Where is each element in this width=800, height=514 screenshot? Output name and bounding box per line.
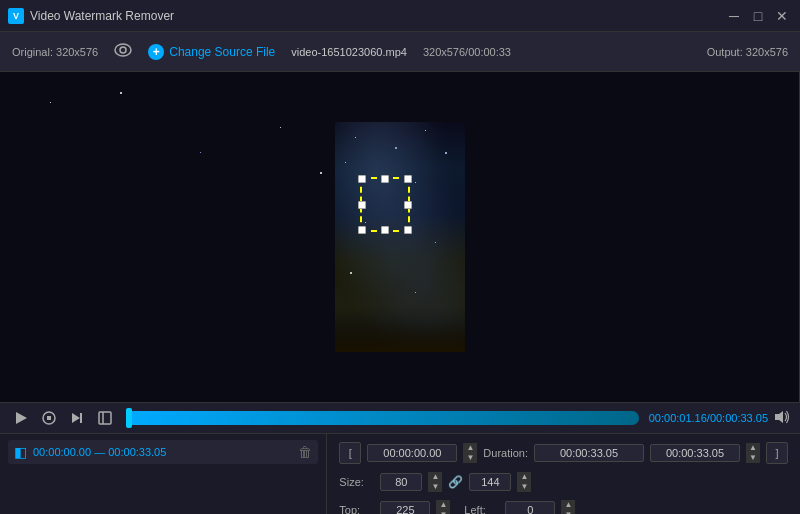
left-down[interactable]: ▼ <box>561 510 575 514</box>
duration-label: Duration: <box>483 447 528 459</box>
time-range-row: [ ▲ ▼ Duration: ▲ ▼ ] <box>339 442 788 464</box>
left-up[interactable]: ▲ <box>561 500 575 510</box>
stop-button[interactable] <box>38 407 60 429</box>
top-spinners: ▲ ▼ <box>436 500 450 514</box>
watermark-selection-box[interactable] <box>360 177 410 232</box>
clip-icon: ◧ <box>14 444 27 460</box>
clip-row: ◧ 00:00:00.00 — 00:00:33.05 🗑 <box>8 440 318 464</box>
window-controls: ─ □ ✕ <box>724 8 792 24</box>
height-down[interactable]: ▼ <box>517 482 531 492</box>
top-bar: Original: 320x576 + Change Source File v… <box>0 32 800 72</box>
handle-bottom-left[interactable] <box>358 226 366 234</box>
end-time-spinners: ▲ ▼ <box>746 443 760 463</box>
main-content <box>0 72 800 402</box>
height-up[interactable]: ▲ <box>517 472 531 482</box>
file-meta: 320x576/00:00:33 <box>423 46 511 58</box>
nebula-overlay <box>335 122 465 352</box>
timeline-thumb[interactable] <box>126 408 132 428</box>
clips-panel: ◧ 00:00:00.00 — 00:00:33.05 🗑 + + Add wa… <box>0 434 327 514</box>
handle-top-right[interactable] <box>404 175 412 183</box>
close-button[interactable]: ✕ <box>772 8 792 24</box>
time-display: 00:00:01.16/00:00:33.05 <box>649 412 768 424</box>
clip-time-range: 00:00:00.00 — 00:00:33.05 <box>33 446 292 458</box>
play-button[interactable] <box>10 407 32 429</box>
video-preview <box>335 122 465 352</box>
top-input[interactable] <box>380 501 430 514</box>
svg-marker-2 <box>16 412 27 424</box>
top-label: Top: <box>339 504 374 514</box>
svg-marker-5 <box>72 413 80 423</box>
handle-top-left[interactable] <box>358 175 366 183</box>
original-size-label: Original: 320x576 <box>12 46 98 58</box>
svg-point-1 <box>120 47 126 53</box>
preview-panel <box>0 72 800 402</box>
start-time-spinners: ▲ ▼ <box>463 443 477 463</box>
output-size-label: Output: 320x576 <box>707 46 788 58</box>
height-spinners: ▲ ▼ <box>517 472 531 492</box>
width-up[interactable]: ▲ <box>428 472 442 482</box>
bottom-area: ◧ 00:00:00.00 — 00:00:33.05 🗑 + + Add wa… <box>0 433 800 514</box>
timeline[interactable] <box>126 411 639 425</box>
link-icon: 🔗 <box>448 475 463 489</box>
add-icon: + <box>148 44 164 60</box>
size-row: Size: ▲ ▼ 🔗 ▲ ▼ <box>339 472 788 492</box>
handle-top-mid[interactable] <box>381 175 389 183</box>
start-time-down[interactable]: ▼ <box>463 453 477 463</box>
start-time-up[interactable]: ▲ <box>463 443 477 453</box>
maximize-button[interactable]: □ <box>748 8 768 24</box>
end-time-input[interactable] <box>650 444 740 462</box>
handle-mid-left[interactable] <box>358 201 366 209</box>
source-filename: video-1651023060.mp4 <box>291 46 407 58</box>
top-up[interactable]: ▲ <box>436 500 450 510</box>
left-label: Left: <box>464 504 499 514</box>
left-input[interactable] <box>505 501 555 514</box>
left-spinners: ▲ ▼ <box>561 500 575 514</box>
end-time-up[interactable]: ▲ <box>746 443 760 453</box>
change-source-button[interactable]: + Change Source File <box>148 44 275 60</box>
width-down[interactable]: ▼ <box>428 482 442 492</box>
minimize-button[interactable]: ─ <box>724 8 744 24</box>
controls-bar: 00:00:01.16/00:00:33.05 <box>0 402 800 433</box>
svg-marker-9 <box>775 411 783 423</box>
height-input[interactable] <box>469 473 511 491</box>
width-spinners: ▲ ▼ <box>428 472 442 492</box>
title-bar: V Video Watermark Remover ─ □ ✕ <box>0 0 800 32</box>
volume-button[interactable] <box>774 410 790 427</box>
bracket-left-button[interactable]: [ <box>339 442 361 464</box>
start-time-input[interactable] <box>367 444 457 462</box>
title-bar-left: V Video Watermark Remover <box>8 8 174 24</box>
handle-mid-right[interactable] <box>404 201 412 209</box>
end-time-down[interactable]: ▼ <box>746 453 760 463</box>
app-icon: V <box>8 8 24 24</box>
horizon <box>335 322 465 352</box>
svg-rect-4 <box>47 416 51 420</box>
position-row: Top: ▲ ▼ Left: ▲ ▼ <box>339 500 788 514</box>
app-title: Video Watermark Remover <box>30 9 174 23</box>
next-frame-button[interactable] <box>66 407 88 429</box>
timeline-fill <box>126 411 639 425</box>
handle-bottom-mid[interactable] <box>381 226 389 234</box>
duration-input[interactable] <box>534 444 644 462</box>
eye-button[interactable] <box>114 43 132 60</box>
bracket-right-button[interactable]: ] <box>766 442 788 464</box>
handle-bottom-right[interactable] <box>404 226 412 234</box>
clip-delete-button[interactable]: 🗑 <box>298 444 312 460</box>
svg-rect-6 <box>80 413 82 423</box>
top-down[interactable]: ▼ <box>436 510 450 514</box>
clip-button[interactable] <box>94 407 116 429</box>
svg-point-0 <box>115 44 131 56</box>
settings-panel: [ ▲ ▼ Duration: ▲ ▼ ] Size: ▲ ▼ 🔗 <box>327 434 800 514</box>
width-input[interactable] <box>380 473 422 491</box>
size-label: Size: <box>339 476 374 488</box>
svg-rect-7 <box>99 412 111 424</box>
